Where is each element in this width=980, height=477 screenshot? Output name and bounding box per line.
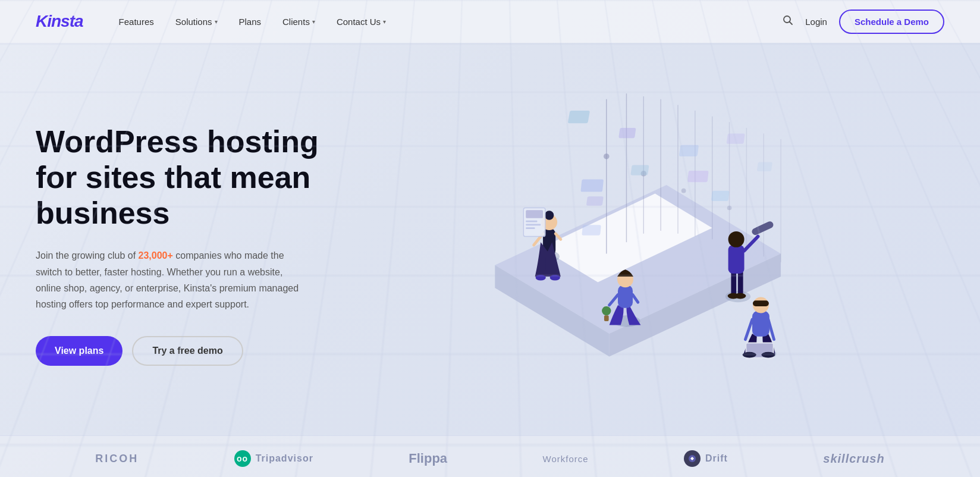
hero-section: WordPress hosting for sites that mean bu… xyxy=(0,43,980,435)
login-link[interactable]: Login xyxy=(805,17,827,27)
svg-rect-69 xyxy=(687,171,709,182)
svg-rect-35 xyxy=(526,210,543,218)
svg-rect-22 xyxy=(618,128,636,138)
drift-icon xyxy=(684,450,701,467)
client-logo-flippa: Flippa xyxy=(409,451,447,466)
hero-content: WordPress hosting for sites that mean bu… xyxy=(36,124,345,366)
svg-rect-24 xyxy=(727,134,745,144)
svg-point-45 xyxy=(728,231,745,247)
highlight-number: 23,000+ xyxy=(139,250,173,261)
svg-rect-27 xyxy=(586,196,604,205)
nav-links: Features Solutions ▾ Plans Clients ▾ Con… xyxy=(119,17,783,27)
svg-rect-36 xyxy=(526,221,537,222)
schedule-demo-button[interactable]: Schedule a Demo xyxy=(839,10,944,34)
try-demo-button[interactable]: Try a free demo xyxy=(132,336,243,366)
svg-point-55 xyxy=(602,306,611,315)
svg-point-31 xyxy=(545,211,554,219)
svg-rect-37 xyxy=(526,224,541,225)
tripadvisor-icon: oo xyxy=(234,450,251,467)
svg-point-17 xyxy=(604,153,610,159)
hero-title: WordPress hosting for sites that mean bu… xyxy=(36,124,345,231)
nav-actions: Login Schedule a Demo xyxy=(783,10,944,34)
nav-features[interactable]: Features xyxy=(119,17,154,27)
nav-plans[interactable]: Plans xyxy=(239,17,262,27)
hero-svg-illustration xyxy=(381,79,827,412)
svg-rect-67 xyxy=(580,179,604,192)
svg-rect-21 xyxy=(568,111,590,123)
svg-rect-26 xyxy=(630,165,649,175)
client-logo-workforce: Workforce xyxy=(543,454,589,464)
chevron-down-icon: ▾ xyxy=(383,18,386,25)
svg-rect-58 xyxy=(752,311,769,337)
svg-rect-43 xyxy=(738,271,743,294)
svg-point-40 xyxy=(550,275,560,281)
svg-rect-60 xyxy=(753,300,769,306)
client-logo-tripadvisor: oo Tripadvisor xyxy=(234,450,313,467)
svg-rect-38 xyxy=(526,227,535,229)
svg-rect-51 xyxy=(618,285,633,307)
page-wrapper: Kinsta Features Solutions ▾ Plans Client… xyxy=(0,0,980,477)
hero-subtitle: Join the growing club of 23,000+ compani… xyxy=(36,247,309,312)
nav-solutions[interactable]: Solutions ▾ xyxy=(175,17,218,27)
svg-rect-42 xyxy=(731,271,736,294)
svg-point-20 xyxy=(727,206,732,211)
nav-contact-us[interactable]: Contact Us ▾ xyxy=(337,17,386,27)
hero-illustration xyxy=(345,79,944,412)
svg-rect-47 xyxy=(751,220,775,236)
hero-buttons: View plans Try a free demo xyxy=(36,336,345,366)
svg-rect-44 xyxy=(728,245,745,274)
clients-bar: RICOH oo Tripadvisor Flippa Workforce Dr… xyxy=(0,435,980,477)
svg-rect-23 xyxy=(679,145,699,156)
svg-rect-56 xyxy=(604,315,609,321)
navigation: Kinsta Features Solutions ▾ Plans Client… xyxy=(0,0,980,43)
svg-point-65 xyxy=(743,352,756,358)
client-logo-drift: Drift xyxy=(684,450,728,467)
svg-line-1 xyxy=(790,22,793,25)
svg-point-39 xyxy=(536,275,546,281)
svg-rect-68 xyxy=(582,225,601,235)
view-plans-button[interactable]: View plans xyxy=(36,336,122,366)
svg-point-49 xyxy=(734,293,746,299)
chevron-down-icon: ▾ xyxy=(215,18,218,25)
client-logo-skillcrush: skillcrush xyxy=(823,452,884,466)
nav-clients[interactable]: Clients ▾ xyxy=(282,17,315,27)
logo[interactable]: Kinsta xyxy=(36,12,83,31)
chevron-down-icon: ▾ xyxy=(312,18,315,25)
search-icon[interactable] xyxy=(783,15,793,28)
svg-rect-70 xyxy=(711,191,730,201)
client-logo-ricoh: RICOH xyxy=(95,453,139,465)
svg-point-66 xyxy=(761,352,775,358)
svg-point-19 xyxy=(681,189,686,193)
svg-rect-25 xyxy=(757,162,772,171)
